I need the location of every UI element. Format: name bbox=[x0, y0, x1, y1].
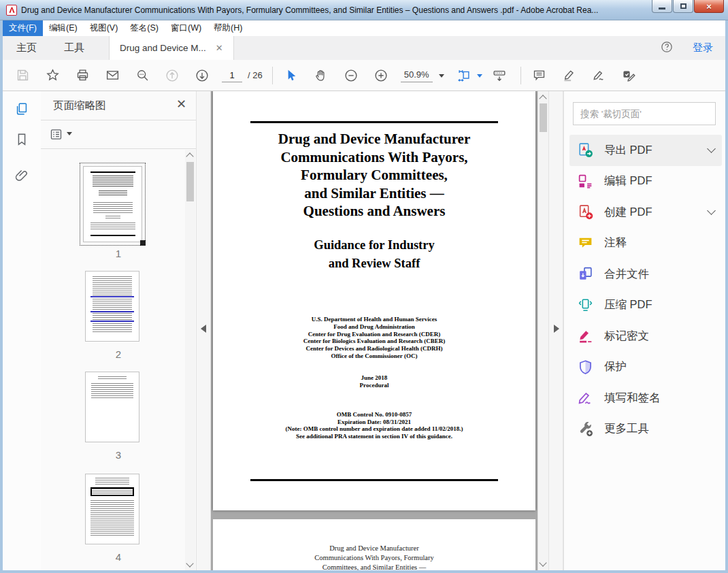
tab-document[interactable]: Drug and Device M... ✕ bbox=[109, 36, 234, 60]
stamp-icon[interactable] bbox=[619, 65, 640, 86]
help-icon[interactable] bbox=[660, 40, 674, 56]
restore-button[interactable] bbox=[673, 0, 693, 13]
scrolling-mode-icon[interactable] bbox=[489, 65, 510, 86]
document-title: Drug and Device Manufacturer Communicati… bbox=[213, 130, 535, 220]
next-page-icon[interactable] bbox=[192, 65, 212, 86]
tools-panel: 导出 PDF 编辑 PDF 创建 PDF 注释 bbox=[563, 91, 725, 570]
toolbar-divider bbox=[272, 67, 273, 84]
zoom-out-icon[interactable] bbox=[341, 65, 361, 86]
thumbnail-page-3[interactable] bbox=[85, 372, 139, 442]
scroll-up-icon[interactable] bbox=[186, 152, 193, 160]
thumbnails-scrollbar[interactable] bbox=[185, 150, 195, 570]
scroll-down-icon[interactable] bbox=[186, 559, 193, 567]
edit-pdf-icon bbox=[577, 173, 594, 190]
menu-sign[interactable]: 签名(S) bbox=[124, 20, 165, 36]
tab-tools[interactable]: 工具 bbox=[50, 36, 98, 60]
scrollbar-thumb[interactable] bbox=[540, 103, 547, 132]
close-button[interactable]: × bbox=[694, 0, 724, 13]
fit-width-icon[interactable] bbox=[454, 65, 474, 86]
pdf-page-2[interactable]: Drug and Device Manufacturer Communicati… bbox=[213, 519, 535, 570]
tool-label: 更多工具 bbox=[604, 421, 649, 436]
options-list-icon bbox=[49, 127, 63, 142]
left-panel-collapse-handle[interactable] bbox=[196, 91, 211, 570]
tool-combine-files[interactable]: 合并文件 bbox=[569, 259, 722, 290]
scroll-down-icon[interactable] bbox=[539, 559, 546, 566]
options-dropdown-icon bbox=[67, 132, 72, 138]
document-scrollbar[interactable] bbox=[537, 91, 548, 570]
attachments-icon[interactable] bbox=[14, 168, 29, 183]
tool-label: 创建 PDF bbox=[604, 205, 652, 220]
tool-redact[interactable]: 标记密文 bbox=[569, 321, 722, 352]
menu-window[interactable]: 窗口(W) bbox=[165, 20, 208, 36]
document-area[interactable]: Drug and Device Manufacturer Communicati… bbox=[211, 91, 537, 570]
tool-export-pdf[interactable]: 导出 PDF bbox=[569, 135, 722, 166]
compress-pdf-icon bbox=[577, 297, 594, 314]
previous-page-icon[interactable] bbox=[162, 65, 182, 86]
minimize-button[interactable] bbox=[652, 0, 672, 13]
tool-comment[interactable]: 注释 bbox=[569, 228, 722, 259]
tool-protect[interactable]: 保护 bbox=[569, 352, 722, 383]
email-icon[interactable] bbox=[102, 65, 122, 86]
export-pdf-icon bbox=[577, 142, 594, 159]
tab-home[interactable]: 主页 bbox=[3, 36, 50, 60]
tool-fill-sign[interactable]: 填写和签名 bbox=[569, 382, 722, 414]
bookmarks-icon[interactable] bbox=[14, 132, 29, 147]
chevron-down-icon bbox=[707, 206, 716, 215]
fill-sign-pen-icon[interactable] bbox=[589, 65, 610, 86]
fit-dropdown-icon[interactable] bbox=[477, 74, 482, 80]
protect-icon bbox=[577, 359, 594, 376]
toolbar: / 26 50.9% bbox=[3, 60, 725, 91]
date-block: June 2018 Procedural bbox=[213, 374, 535, 389]
comment-icon[interactable] bbox=[529, 65, 550, 86]
thumbnail-page-1[interactable] bbox=[80, 163, 146, 246]
thumbnail-content bbox=[83, 166, 142, 242]
more-tools-icon bbox=[577, 421, 594, 438]
document-subtitle: Guidance for Industry and Review Staff bbox=[213, 236, 535, 273]
thumbnails-options-button[interactable] bbox=[49, 127, 72, 142]
hand-tool-icon[interactable] bbox=[311, 65, 331, 86]
tool-create-pdf[interactable]: 创建 PDF bbox=[569, 197, 722, 228]
menu-help[interactable]: 帮助(H) bbox=[208, 20, 248, 36]
menu-file[interactable]: 文件(F) bbox=[3, 20, 43, 36]
chevron-down-icon bbox=[707, 144, 716, 153]
highlight-icon[interactable] bbox=[559, 65, 580, 86]
tool-edit-pdf[interactable]: 编辑 PDF bbox=[569, 166, 722, 197]
search-icon[interactable] bbox=[132, 65, 152, 86]
select-tool-icon[interactable] bbox=[281, 65, 301, 86]
tool-label: 编辑 PDF bbox=[604, 174, 652, 189]
star-icon[interactable] bbox=[42, 65, 63, 86]
thumbnails-close-icon[interactable]: ✕ bbox=[176, 97, 186, 112]
thumbnail-label-3: 3 bbox=[41, 449, 196, 461]
main-area: 页面缩略图 ✕ 1 bbox=[3, 91, 725, 570]
zoom-in-icon[interactable] bbox=[371, 65, 391, 86]
login-button[interactable]: 登录 bbox=[693, 42, 713, 54]
print-icon[interactable] bbox=[72, 65, 93, 86]
scrollbar-thumb[interactable] bbox=[186, 162, 194, 201]
redact-icon bbox=[577, 327, 594, 344]
thumbnail-label-1: 1 bbox=[41, 248, 196, 259]
zoom-dropdown-icon[interactable] bbox=[439, 74, 444, 80]
page-number-input[interactable] bbox=[222, 68, 242, 82]
page-thumbnails-icon[interactable] bbox=[14, 101, 29, 116]
save-icon[interactable] bbox=[12, 65, 33, 86]
tabbar-right: 登录 bbox=[660, 36, 725, 60]
tab-close-icon[interactable]: ✕ bbox=[216, 44, 223, 52]
page-fit-control bbox=[454, 65, 482, 86]
selection-handle[interactable] bbox=[140, 240, 146, 246]
right-panel-collapse-handle[interactable] bbox=[548, 91, 563, 570]
tools-search-input[interactable] bbox=[573, 102, 716, 125]
thumbnail-label-4: 4 bbox=[41, 551, 196, 563]
menu-edit[interactable]: 编辑(E) bbox=[43, 20, 84, 36]
title-bar: Drug and Device Manufacturer Communicati… bbox=[0, 0, 728, 20]
restore-icon bbox=[680, 3, 686, 9]
tool-label: 保护 bbox=[604, 359, 627, 374]
menu-view[interactable]: 视图(V) bbox=[84, 20, 125, 36]
tool-compress-pdf[interactable]: 压缩 PDF bbox=[569, 290, 722, 321]
tool-more-tools[interactable]: 更多工具 bbox=[569, 414, 722, 445]
pdf-page-1[interactable]: Drug and Device Manufacturer Communicati… bbox=[213, 91, 535, 510]
thumbnail-page-4[interactable] bbox=[85, 474, 139, 544]
panel-divider bbox=[41, 120, 196, 120]
scroll-up-icon[interactable] bbox=[539, 95, 546, 102]
thumbnail-page-2[interactable] bbox=[85, 271, 139, 342]
zoom-level-value[interactable]: 50.9% bbox=[401, 68, 433, 82]
